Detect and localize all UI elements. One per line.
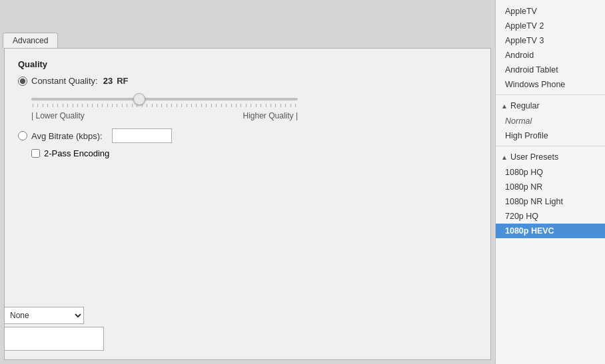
- left-panel: Advanced Quality Constant Quality: 23 RF: [0, 0, 495, 364]
- user-presets-chevron: ▲: [501, 154, 508, 161]
- preset-720p-hq[interactable]: 720p HQ: [496, 209, 605, 224]
- avg-bitrate-label: Avg Bitrate (kbps):: [31, 131, 103, 141]
- regular-chevron: ▲: [501, 102, 508, 110]
- preset-1080p-hq[interactable]: 1080p HQ: [496, 165, 605, 180]
- rf-value: 23: [103, 76, 113, 86]
- regular-group-label: Regular: [510, 101, 540, 110]
- preset-appletv2[interactable]: AppleTV 2: [496, 19, 605, 33]
- divider-regular: [496, 94, 605, 95]
- rf-unit: RF: [117, 76, 128, 86]
- preset-high-profile[interactable]: High Profile: [496, 128, 605, 143]
- preset-android[interactable]: Android: [496, 48, 605, 63]
- none-dropdown[interactable]: None: [4, 307, 84, 324]
- preset-1080p-hevc[interactable]: 1080p HEVC: [496, 224, 605, 238]
- preset-1080p-nr[interactable]: 1080p NR: [496, 180, 605, 194]
- quality-slider-container: [31, 92, 298, 107]
- text-input-below[interactable]: [4, 327, 104, 351]
- lower-quality-label: | Lower Quality: [31, 111, 85, 120]
- preset-android-tablet[interactable]: Android Tablet: [496, 63, 605, 77]
- preset-appletv[interactable]: AppleTV: [496, 4, 605, 19]
- constant-quality-row: Constant Quality: 23 RF: [18, 76, 477, 86]
- regular-group-header[interactable]: ▲ Regular: [496, 98, 605, 114]
- avg-bitrate-row: Avg Bitrate (kbps):: [18, 128, 477, 143]
- preset-1080p-nr-light[interactable]: 1080p NR Light: [496, 194, 605, 209]
- preset-windows-phone[interactable]: Windows Phone: [496, 77, 605, 92]
- two-pass-row: 2-Pass Encoding: [31, 148, 477, 158]
- avg-bitrate-radio[interactable]: [18, 131, 27, 140]
- dropdown-area: None: [4, 307, 84, 324]
- two-pass-label: 2-Pass Encoding: [44, 148, 109, 158]
- preset-appletv3[interactable]: AppleTV 3: [496, 33, 605, 48]
- two-pass-checkbox[interactable]: [31, 149, 40, 158]
- preset-normal[interactable]: Normal: [496, 114, 605, 128]
- constant-quality-radio[interactable]: [18, 77, 27, 86]
- quality-section: Quality Constant Quality: 23 RF: [18, 59, 477, 158]
- user-presets-group-label: User Presets: [510, 152, 558, 162]
- divider-user: [496, 146, 605, 146]
- quality-slider[interactable]: [31, 98, 298, 100]
- constant-quality-label: Constant Quality:: [31, 76, 98, 86]
- tab-bar: Advanced: [0, 0, 495, 48]
- advanced-tab[interactable]: Advanced: [3, 33, 58, 48]
- quality-section-title: Quality: [18, 59, 477, 69]
- quality-labels: | Lower Quality Higher Quality |: [31, 111, 298, 120]
- user-presets-group-header[interactable]: ▲ User Presets: [496, 149, 605, 165]
- higher-quality-label: Higher Quality |: [243, 111, 298, 120]
- advanced-tab-label: Advanced: [13, 36, 48, 45]
- right-panel: AppleTV AppleTV 2 AppleTV 3 Android Andr…: [495, 0, 605, 364]
- avg-bitrate-input[interactable]: [112, 128, 172, 143]
